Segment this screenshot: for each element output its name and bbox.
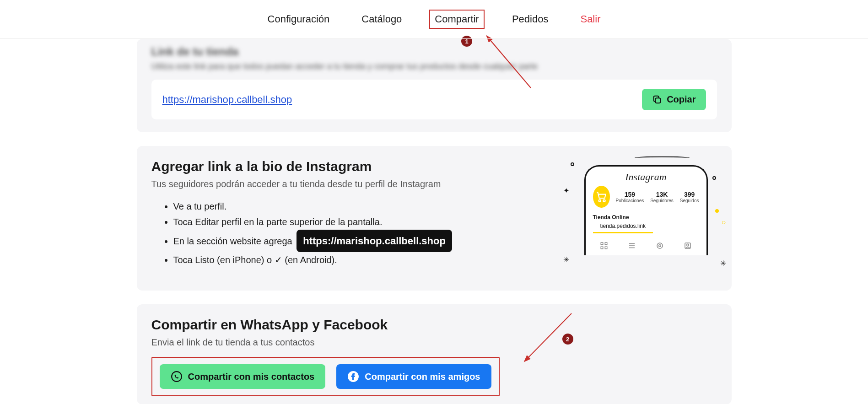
step-2: Toca Editar perfil en la parte superior … [173, 214, 552, 230]
stat-posts: 159Publicaciones [615, 191, 644, 203]
annotation-badge-2: 2 [562, 334, 573, 345]
facebook-label: Compartir con mis amigos [365, 372, 480, 382]
nav-pedidos[interactable]: Pedidos [507, 11, 553, 28]
share-subtitle: Envia el link de tu tienda a tus contact… [151, 337, 717, 348]
svg-rect-5 [605, 242, 607, 245]
instagram-subtitle: Tus seguidores podrán acceder a tu tiend… [151, 179, 552, 189]
stat-followers: 13KSeguidores [650, 191, 674, 203]
share-title: Compartir en WhatsApp y Facebook [151, 317, 717, 333]
facebook-icon [347, 371, 359, 382]
phone-illustration: ✦✳ ○✳ Instagram 159Publicaciones 13KSegu… [561, 159, 717, 278]
shop-link[interactable]: https://marishop.callbell.shop [162, 94, 292, 106]
nav-salir[interactable]: Salir [576, 11, 605, 28]
avatar [593, 186, 610, 208]
svg-point-11 [657, 243, 663, 248]
svg-rect-6 [601, 247, 603, 249]
whatsapp-icon [171, 371, 183, 382]
phone-profile-name: Tienda Online [586, 211, 706, 221]
share-facebook-button[interactable]: Compartir con mis amigos [336, 364, 491, 389]
nav-catalogo[interactable]: Catálogo [357, 11, 406, 28]
url-chip: https://marishop.callbell.shop [297, 230, 452, 252]
svg-rect-7 [605, 247, 607, 249]
svg-point-14 [687, 244, 689, 246]
whatsapp-label: Compartir con mis contactos [188, 372, 315, 382]
instagram-logo-text: Instagram [586, 167, 706, 186]
svg-point-16 [172, 372, 182, 382]
svg-point-12 [659, 245, 661, 247]
step-1: Ve a tu perfil. [173, 199, 552, 214]
instagram-title: Agregar link a la bio de Instagram [151, 159, 552, 174]
instagram-steps: Ve a tu perfil. Toca Editar perfil en la… [151, 199, 552, 268]
top-nav: Configuración Catálogo Compartir Pedidos… [0, 0, 868, 39]
svg-rect-1 [655, 98, 660, 103]
share-buttons-highlight: Compartir con mis contactos Compartir co… [151, 357, 500, 396]
share-whatsapp-button[interactable]: Compartir con mis contactos [160, 364, 326, 389]
instagram-card: Agregar link a la bio de Instagram Tus s… [137, 146, 732, 291]
link-card: Link de tu tienda Utiliza este link para… [137, 39, 732, 132]
phone-tabs [586, 238, 706, 255]
stat-following: 399Seguidos [680, 191, 699, 203]
svg-rect-4 [601, 242, 603, 245]
svg-point-2 [599, 200, 601, 202]
copy-button[interactable]: Copiar [642, 89, 706, 110]
nav-compartir[interactable]: Compartir [429, 10, 485, 29]
copy-icon [652, 95, 662, 105]
step-3: En la sección website agrega https://mar… [173, 230, 552, 252]
step-4: Toca Listo (en iPhone) o ✓ (en Android). [173, 252, 552, 268]
copy-label: Copiar [667, 94, 695, 105]
svg-point-3 [604, 200, 605, 202]
phone-profile-url: tienda.pedidos.link [593, 223, 653, 233]
nav-configuracion[interactable]: Configuración [263, 11, 334, 28]
link-row: https://marishop.callbell.shop Copiar [151, 80, 717, 119]
blurred-header: Link de tu tienda Utiliza este link para… [151, 45, 717, 71]
share-card: Compartir en WhatsApp y Facebook Envia e… [137, 304, 732, 404]
